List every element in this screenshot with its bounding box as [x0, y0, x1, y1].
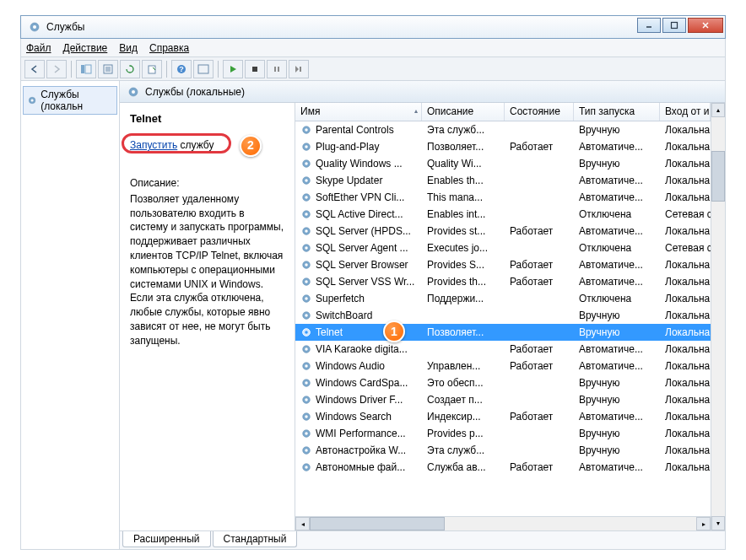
svg-point-39 — [305, 246, 308, 250]
gear-icon — [300, 242, 312, 254]
vertical-scroll-thumb[interactable] — [711, 151, 725, 202]
service-row[interactable]: WMI Performance...Provides p...ВручнуюЛо… — [295, 425, 711, 442]
start-service-link[interactable]: Запустить — [130, 139, 177, 151]
service-row[interactable]: Parental ControlsЭта служб...ВручнуюЛока… — [295, 121, 711, 138]
service-row[interactable]: Автонастройка W...Эта служб...ВручнуюЛок… — [295, 442, 711, 459]
menu-action[interactable]: Действие — [63, 42, 108, 54]
menu-help[interactable]: Справка — [149, 42, 189, 54]
gear-icon — [300, 208, 312, 220]
column-state[interactable]: Состояние — [505, 103, 574, 121]
help-button[interactable]: ? — [171, 60, 192, 78]
toolbar-extra-button[interactable] — [193, 60, 214, 78]
cell-logon: Локальна — [660, 411, 711, 423]
cell-name: Windows Audio — [295, 360, 422, 372]
column-start-type[interactable]: Тип запуска — [574, 103, 660, 121]
service-row[interactable]: SwitchBoardВручнуюЛокальна — [295, 307, 711, 324]
scroll-up-button[interactable]: ▴ — [711, 103, 725, 117]
cell-name: VIA Karaoke digita... — [295, 343, 422, 355]
svg-point-41 — [305, 263, 308, 267]
cell-name: SQL Active Direct... — [295, 208, 422, 220]
service-row[interactable]: Автономные фай...Служба ав...РаботаетАвт… — [295, 459, 711, 476]
cell-desc: Служба ав... — [422, 461, 505, 473]
service-row[interactable]: SuperfetchПоддержи...ОтключенаЛокальна — [295, 290, 711, 307]
service-row[interactable]: TelnetПозволяет...ВручнуюЛокальна — [295, 324, 711, 341]
cell-desc: Provides p... — [422, 428, 505, 439]
properties-button[interactable] — [98, 60, 118, 78]
back-button[interactable] — [24, 60, 45, 78]
service-row[interactable]: VIA Karaoke digita...РаботаетАвтоматиче.… — [295, 341, 711, 358]
cell-start: Отключена — [574, 208, 660, 220]
cell-state: Работает — [505, 411, 574, 423]
stop-service-button[interactable] — [245, 60, 265, 78]
cell-logon: Локальна — [660, 326, 711, 338]
service-row[interactable]: Windows AudioУправлен...РаботаетАвтомати… — [295, 358, 711, 374]
column-description[interactable]: Описание — [422, 103, 505, 121]
cell-name: Plug-and-Play — [295, 141, 422, 153]
gear-icon — [300, 360, 312, 372]
cell-name: SQL Server Agent ... — [295, 242, 422, 254]
minimize-button[interactable] — [637, 18, 661, 33]
menu-view[interactable]: Вид — [119, 42, 138, 54]
gear-icon — [300, 428, 312, 439]
scroll-down-button[interactable]: ▾ — [711, 516, 725, 530]
cell-state: Работает — [505, 343, 574, 355]
scroll-right-button[interactable]: ▸ — [696, 517, 711, 530]
service-row[interactable]: Plug-and-PlayПозволяет...РаботаетАвтомат… — [295, 138, 711, 155]
refresh-button[interactable] — [120, 60, 140, 78]
maximize-button[interactable] — [662, 18, 686, 33]
forward-button[interactable] — [46, 60, 67, 78]
cell-state: Работает — [505, 259, 574, 271]
horizontal-scroll-thumb[interactable] — [310, 517, 445, 530]
close-button[interactable] — [688, 18, 723, 33]
tree-node-services-local[interactable]: Службы (локальн — [23, 86, 117, 115]
cell-logon: Локальна — [660, 158, 711, 170]
cell-desc: Enables th... — [422, 175, 505, 186]
tab-standard[interactable]: Стандартный — [213, 531, 298, 547]
svg-point-45 — [305, 297, 308, 300]
vertical-scrollbar[interactable]: ▴ ▾ — [711, 103, 725, 530]
export-button[interactable] — [142, 60, 162, 78]
svg-rect-17 — [274, 67, 276, 72]
service-row[interactable]: SoftEther VPN Cli...This mana...Автомати… — [295, 189, 711, 206]
scroll-left-button[interactable]: ◂ — [295, 517, 310, 530]
menu-file[interactable]: Файл — [26, 42, 51, 54]
svg-point-63 — [305, 449, 308, 452]
service-row[interactable]: Skype UpdaterEnables th...Автоматиче...Л… — [295, 172, 711, 189]
svg-point-51 — [305, 347, 308, 351]
cell-desc: Эта служб... — [422, 124, 505, 136]
services-icon — [28, 20, 41, 34]
service-row[interactable]: Windows CardSpa...Это обесп...ВручнуюЛок… — [295, 374, 711, 391]
cell-logon: Локальна — [660, 428, 711, 439]
restart-service-button[interactable] — [289, 60, 309, 78]
tab-extended[interactable]: Расширенный — [122, 531, 211, 547]
cell-desc: Enables int... — [422, 208, 505, 220]
service-row[interactable]: SQL Server BrowserProvides S...РаботаетА… — [295, 256, 711, 273]
gear-icon — [300, 259, 312, 271]
service-row[interactable]: Windows Driver F...Создает п...ВручнуюЛо… — [295, 391, 711, 408]
cell-logon: Локальна — [660, 360, 711, 372]
svg-rect-6 — [81, 65, 84, 73]
cell-start: Вручную — [574, 428, 660, 439]
toolbar: ? — [20, 57, 726, 81]
gear-icon — [300, 175, 312, 186]
service-row[interactable]: SQL Server Agent ...Executes jo...Отключ… — [295, 240, 711, 256]
details-pane: Telnet Запустить службу 2 Описание: Позв… — [120, 103, 295, 530]
cell-start: Автоматиче... — [574, 141, 660, 153]
service-row[interactable]: SQL Server (HPDS...Provides st...Работае… — [295, 223, 711, 240]
service-row[interactable]: Windows SearchИндексир...РаботаетАвтомат… — [295, 408, 711, 425]
pause-service-button[interactable] — [267, 60, 287, 78]
column-name[interactable]: Имя — [295, 103, 422, 121]
service-row[interactable]: Quality Windows ...Quality Wi...ВручнуюЛ… — [295, 155, 711, 172]
service-row[interactable]: SQL Server VSS Wr...Provides th...Работа… — [295, 273, 711, 290]
service-row[interactable]: SQL Active Direct...Enables int...Отключ… — [295, 206, 711, 223]
column-logon[interactable]: Вход от и — [660, 103, 711, 121]
services-list: Имя Описание Состояние Тип запуска Вход … — [295, 103, 725, 530]
gear-icon — [300, 394, 312, 406]
horizontal-scrollbar[interactable]: ◂ ▸ — [295, 516, 711, 530]
svg-rect-18 — [278, 67, 279, 72]
svg-point-25 — [305, 128, 308, 132]
cell-name: Parental Controls — [295, 124, 422, 136]
start-service-button[interactable] — [223, 60, 243, 78]
show-hide-tree-button[interactable] — [76, 60, 96, 78]
cell-start: Отключена — [574, 242, 660, 254]
